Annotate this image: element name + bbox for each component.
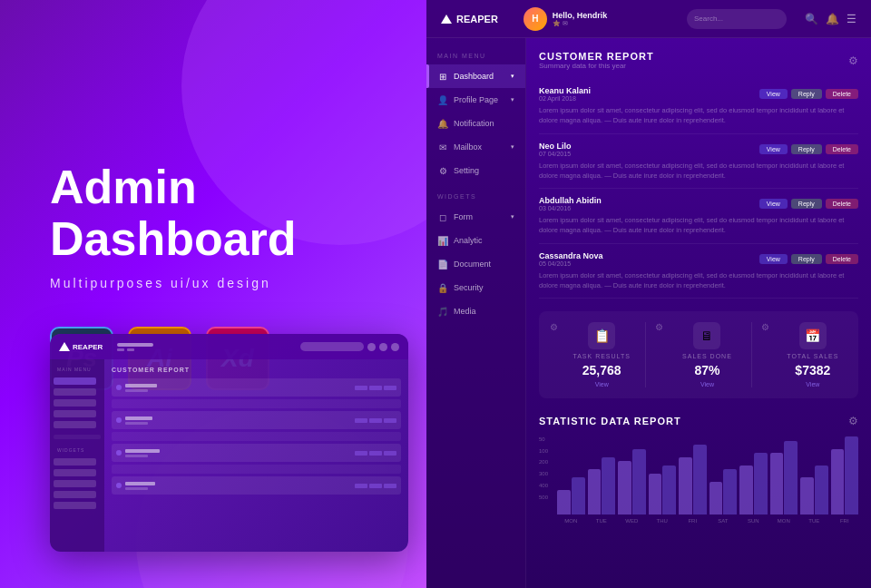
search-bar[interactable]: Search... — [687, 9, 787, 29]
analytic-icon: 📊 — [437, 235, 448, 246]
customer-name: Cassandra Nova 05 04/2015 — [539, 251, 603, 267]
menu-icon[interactable]: ☰ — [847, 13, 856, 25]
chart-bars — [557, 436, 858, 514]
nav-mailbox-label: Mailbox — [454, 142, 482, 152]
row-actions: View Reply Delete — [759, 89, 858, 99]
nav-setting[interactable]: ⚙ Setting — [426, 159, 525, 182]
chart-bar — [679, 457, 692, 514]
nav-dashboard[interactable]: ⊞ Dashboard ▾ — [426, 64, 525, 88]
chevron-icon: ▾ — [511, 96, 514, 103]
stat-divider — [645, 322, 646, 387]
nav-dashboard-label: Dashboard — [454, 72, 494, 81]
nav-security[interactable]: 🔒 Security — [426, 276, 525, 299]
stats-gear-icon[interactable]: ⚙ — [550, 322, 558, 332]
view-button[interactable]: View — [759, 254, 788, 264]
delete-button[interactable]: Delete — [826, 199, 858, 209]
nav-analytic-label: Analytic — [454, 236, 483, 245]
chevron-icon: ▾ — [511, 73, 514, 80]
chart-header: STATISTIC DATA REPORT ⚙ — [539, 415, 858, 427]
profile-icon: 👤 — [437, 94, 448, 105]
delete-button[interactable]: Delete — [826, 254, 858, 264]
reply-button[interactable]: Reply — [791, 254, 822, 264]
user-info: H Hello, Hendrik ⭐ ✉ — [524, 7, 608, 31]
stats-gear-icon2[interactable]: ⚙ — [655, 322, 663, 332]
view-button[interactable]: View — [759, 199, 788, 209]
hero-subtitle: Multipurposes ui/ux design — [50, 276, 377, 290]
chart-bar — [662, 466, 676, 514]
stats-row: ⚙ 📋 TASK RESULTS 25,768 View ⚙ 🖥 SALES D… — [539, 311, 858, 398]
dashboard-logo: REAPER — [441, 14, 498, 24]
chart-y-labels: 500 400 300 200 100 50 — [539, 436, 553, 500]
nav-setting-label: Setting — [454, 166, 479, 175]
reply-button[interactable]: Reply — [791, 144, 822, 154]
task-view-link[interactable]: View — [595, 381, 609, 387]
chart-title: STATISTIC DATA REPORT — [539, 416, 681, 426]
nav-security-label: Security — [454, 283, 484, 292]
chart-bar — [618, 461, 631, 514]
stat-sales: 🖥 SALES DONE 87% View — [672, 322, 741, 387]
nav-mailbox[interactable]: ✉ Mailbox ▾ — [426, 135, 525, 159]
view-button[interactable]: View — [759, 144, 788, 154]
chart-section: STATISTIC DATA REPORT ⚙ 500 400 300 200 … — [539, 415, 858, 524]
nav-form[interactable]: ◻ Form ▾ — [426, 205, 525, 229]
customer-name: Keanu Kalani 02 April 2018 — [539, 86, 591, 102]
chart-bar-group — [679, 445, 707, 514]
nav-form-label: Form — [454, 212, 473, 221]
reply-button[interactable]: Reply — [791, 199, 822, 209]
task-icon: 📋 — [588, 322, 615, 349]
stat-task: 📋 TASK RESULTS 25,768 View — [567, 322, 636, 387]
search-icon[interactable]: 🔍 — [805, 13, 818, 25]
chart-bar-group — [800, 466, 828, 514]
sales-icon: 🖥 — [693, 322, 720, 349]
row-actions: View Reply Delete — [759, 254, 858, 264]
chart-bar-group — [831, 436, 859, 514]
nav-media[interactable]: 🎵 Media — [426, 299, 525, 323]
delete-button[interactable]: Delete — [826, 89, 858, 99]
chart-x-labels: MON TUE WED THU FRI SAT SUN MON TUE FRI — [557, 518, 858, 524]
main-menu-label: MAIN MENU — [426, 49, 525, 64]
chart-bar — [632, 449, 646, 514]
customer-report-titles: CUSTOMER REPORT Summary data for this ye… — [539, 51, 654, 70]
dashboard-header: REAPER H Hello, Hendrik ⭐ ✉ Search... 🔍 … — [426, 0, 871, 38]
chart-bar-group — [649, 466, 677, 514]
chart-bar-group — [618, 449, 646, 514]
stats-gear-icon3[interactable]: ⚙ — [761, 322, 769, 332]
report-text: Lorem ipsum dolor sit amet, consectetur … — [539, 215, 858, 236]
chart-bar — [845, 436, 858, 514]
dashboard-main: CUSTOMER REPORT Summary data for this ye… — [526, 38, 871, 588]
chart-bar — [588, 469, 602, 514]
report-gear-icon[interactable]: ⚙ — [848, 54, 858, 67]
customer-report-table: Keanu Kalani 02 April 2018 View Reply De… — [539, 79, 858, 299]
view-button[interactable]: View — [759, 89, 788, 99]
reply-button[interactable]: Reply — [791, 89, 822, 99]
total-view-link[interactable]: View — [806, 381, 819, 387]
delete-button[interactable]: Delete — [826, 144, 858, 154]
table-row: Abdullah Abidin 03 04/2016 View Reply De… — [539, 189, 858, 244]
nav-profile[interactable]: 👤 Profile Page ▾ — [426, 88, 525, 112]
sales-view-link[interactable]: View — [700, 381, 714, 387]
dashboard-icon: ⊞ — [437, 71, 448, 82]
chart-bar — [770, 453, 784, 514]
report-text: Lorem ipsum dolor sit amet, consectetur … — [539, 105, 858, 126]
stat-total: 📅 TOTAL SALES $7382 View — [778, 322, 847, 387]
customer-name: Abdullah Abidin 03 04/2016 — [539, 196, 602, 211]
form-icon: ◻ — [437, 211, 448, 222]
nav-document[interactable]: 📄 Document — [426, 252, 525, 276]
nav-notification[interactable]: 🔔 Notification — [426, 112, 525, 135]
chart-bar — [831, 449, 845, 514]
total-icon: 📅 — [799, 322, 827, 349]
chart-bar — [815, 466, 828, 514]
bell-icon[interactable]: 🔔 — [826, 13, 839, 25]
avatar: H — [524, 7, 547, 31]
nav-analytic[interactable]: 📊 Analytic — [426, 229, 525, 252]
security-icon: 🔒 — [437, 282, 448, 293]
media-icon: 🎵 — [437, 306, 448, 317]
nav-media-label: Media — [454, 307, 476, 316]
chart-gear-icon[interactable]: ⚙ — [848, 415, 858, 427]
bell-nav-icon: 🔔 — [437, 118, 448, 129]
chart-bar — [572, 477, 585, 514]
dashboard-body: MAIN MENU ⊞ Dashboard ▾ 👤 Profile Page ▾… — [426, 38, 871, 588]
nav-document-label: Document — [454, 260, 491, 269]
widgets-label: WIDGETS — [426, 190, 525, 205]
mini-preview: REAPER MAIN MENU — [50, 334, 408, 552]
